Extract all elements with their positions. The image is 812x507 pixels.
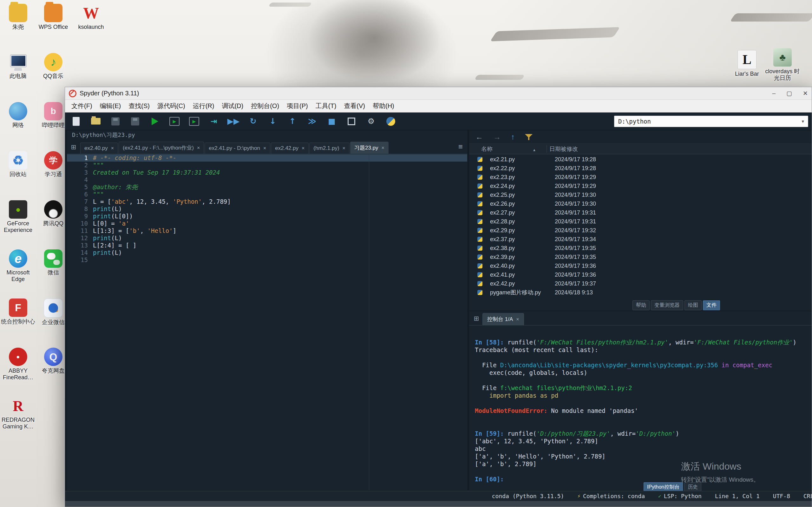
desktop-icon[interactable]: ●ABBYY FineRead… <box>1 348 36 381</box>
title-bar[interactable]: Spyder (Python 3.11) – ▢ ✕ <box>65 87 812 100</box>
desktop-icon[interactable]: F统合控制中心 <box>1 298 36 325</box>
file-row[interactable]: ex2.41.py2024/9/17 19:36 <box>469 270 812 279</box>
chevron-down-icon[interactable]: ▾ <box>802 118 804 124</box>
minimize-icon[interactable]: – <box>772 90 776 97</box>
close-tab-icon[interactable]: × <box>343 146 345 151</box>
run-cell-advance-icon[interactable]: ▶ <box>189 117 199 126</box>
desktop-icon[interactable]: ♣cloverdays 时光日历 <box>765 48 800 81</box>
new-file-icon[interactable] <box>72 117 80 126</box>
desktop-icon-label: 学习通 <box>45 171 62 178</box>
console-tab[interactable]: 控制台 1/A × <box>483 313 524 325</box>
desktop-icon[interactable]: ♪QQ音乐 <box>36 53 71 79</box>
stop-icon[interactable]: ■ <box>328 117 336 126</box>
file-row[interactable]: ex2.22.py2024/9/17 19:28 <box>469 164 812 173</box>
code-line: 1# -*- coding: utf-8 -*- <box>67 154 467 162</box>
status-lsp[interactable]: ✓ LSP: Python <box>658 493 702 499</box>
maximize-icon[interactable]: ▢ <box>786 90 792 97</box>
editor-tab[interactable]: ex2.42.py× <box>271 143 309 154</box>
debug-file-icon[interactable]: ▶▶ <box>227 117 240 126</box>
continue-icon[interactable]: ≫ <box>308 117 316 126</box>
code-editor[interactable]: 1# -*- coding: utf-8 -*-2"""3Created on … <box>67 154 467 490</box>
status-interpreter[interactable]: conda (Python 3.11.5) <box>492 493 564 499</box>
desktop-icon[interactable]: 网络 <box>1 102 36 129</box>
close-tab-icon[interactable]: × <box>197 145 200 151</box>
back-icon[interactable]: ← <box>475 132 483 141</box>
editor-tab[interactable]: (ex2.41.py - F:\...\python作业)× <box>119 142 204 154</box>
step-return-icon[interactable]: ↑ <box>289 117 296 126</box>
menu-item-7[interactable]: 项目(P) <box>283 100 312 112</box>
browse-tabs-icon[interactable]: ⊞ <box>69 143 78 151</box>
editor-tab[interactable]: ex2.40.py× <box>80 143 118 154</box>
run-file-icon[interactable] <box>152 118 158 125</box>
close-icon[interactable]: ✕ <box>803 90 808 97</box>
desktop-icon[interactable]: ●GeForce Experience <box>1 200 36 233</box>
menu-item-9[interactable]: 查看(V) <box>340 100 369 112</box>
file-row[interactable]: ex2.26.py2024/9/17 19:30 <box>469 199 812 208</box>
desktop-icon[interactable]: RREDRAGON Gaming K… <box>1 397 36 430</box>
desktop-icon[interactable]: 此电脑 <box>1 53 36 79</box>
close-tab-icon[interactable]: × <box>302 146 305 151</box>
pane-tab[interactable]: 文件 <box>703 300 720 310</box>
file-row[interactable]: ex2.38.py2024/9/17 19:35 <box>469 244 812 252</box>
run-cell-icon[interactable]: ▶ <box>169 117 180 126</box>
close-tab-icon[interactable]: × <box>382 145 385 151</box>
pane-tab[interactable]: 变量浏览器 <box>651 300 683 310</box>
debug-cell-icon[interactable]: ↻ <box>250 117 257 126</box>
step-into-icon[interactable]: ↓ <box>270 117 276 126</box>
file-row[interactable]: ex2.40.py2024/9/17 19:36 <box>469 262 812 270</box>
pane-tab[interactable]: 帮助 <box>632 300 650 310</box>
pythonpath-icon[interactable] <box>386 117 395 126</box>
desktop-icon[interactable]: LLiar's Bar <box>729 50 764 77</box>
preferences-icon[interactable]: ⚙ <box>368 117 374 126</box>
file-row[interactable]: ex2.37.py2024/9/17 19:34 <box>469 235 812 244</box>
desktop-icon[interactable]: WPS Office <box>36 4 71 31</box>
desktop-icon[interactable]: Wksolaunch <box>73 4 108 31</box>
desktop-icon[interactable]: eMicrosoft Edge <box>1 249 36 282</box>
file-row[interactable]: ex2.39.py2024/9/17 19:35 <box>469 252 812 262</box>
file-name: ex2.22.py <box>490 165 555 172</box>
filter-icon[interactable] <box>525 133 532 140</box>
pane-tab[interactable]: 绘图 <box>684 300 702 310</box>
browse-tabs-icon[interactable]: ⊞ <box>472 314 480 323</box>
file-row[interactable]: ex2.23.py2024/9/17 19:29 <box>469 173 812 181</box>
close-tab-icon[interactable]: × <box>516 317 519 322</box>
menu-item-4[interactable]: 运行(R) <box>189 100 218 112</box>
menu-item-8[interactable]: 工具(T) <box>312 100 340 112</box>
forward-icon[interactable]: → <box>493 132 501 141</box>
save-icon[interactable] <box>111 117 119 125</box>
menu-item-6[interactable]: 控制台(O) <box>247 100 283 112</box>
file-name: ex2.27.py <box>490 210 555 216</box>
file-list[interactable]: ex2.21.py2024/9/17 19:28ex2.22.py2024/9/… <box>469 155 812 310</box>
file-row[interactable]: ex2.21.py2024/9/17 19:28 <box>469 155 812 164</box>
menu-item-10[interactable]: 帮助(H) <box>369 100 398 112</box>
close-tab-icon[interactable]: × <box>263 146 266 151</box>
file-row[interactable]: ex2.42.py2024/9/17 19:37 <box>469 279 812 288</box>
column-header-date[interactable]: 日期被修改 <box>547 145 812 153</box>
file-row[interactable]: pygame图片移动.py2024/6/18 9:13 <box>469 288 812 297</box>
menu-item-5[interactable]: 调试(D) <box>218 100 247 112</box>
editor-options-icon[interactable]: ≡ <box>458 142 463 151</box>
working-directory-combo[interactable]: D:\python ▾ <box>614 116 808 127</box>
editor-tab[interactable]: ex2.41.py - D:\python× <box>205 143 270 154</box>
menu-item-1[interactable]: 编辑(E) <box>96 100 125 112</box>
file-row[interactable]: ex2.29.py2024/9/17 19:32 <box>469 226 812 235</box>
open-file-icon[interactable] <box>91 118 101 124</box>
close-tab-icon[interactable]: × <box>111 146 114 151</box>
run-selection-icon[interactable]: ⇥ <box>211 117 217 126</box>
desktop-icon[interactable]: 朱尧 <box>1 4 36 31</box>
maximize-pane-icon[interactable] <box>348 118 355 125</box>
status-completions[interactable]: ⚡ Completions: conda <box>577 493 645 499</box>
menu-item-2[interactable]: 查找(S) <box>125 100 154 112</box>
menu-item-3[interactable]: 源代码(C) <box>154 100 189 112</box>
parent-directory-icon[interactable]: ↑ <box>511 132 515 141</box>
file-row[interactable]: ex2.24.py2024/9/17 19:29 <box>469 181 812 190</box>
file-row[interactable]: ex2.28.py2024/9/17 19:31 <box>469 217 812 226</box>
column-header-name[interactable]: 名称 ▲ <box>469 145 547 153</box>
editor-tab[interactable]: (hm2.1.py)× <box>309 143 350 154</box>
save-all-icon[interactable] <box>131 117 139 125</box>
menu-item-0[interactable]: 文件(F) <box>67 100 96 112</box>
file-row[interactable]: ex2.27.py2024/9/17 19:31 <box>469 208 812 217</box>
editor-tab[interactable]: 习题23.py× <box>350 142 389 154</box>
file-row[interactable]: ex2.25.py2024/9/17 19:30 <box>469 190 812 199</box>
desktop-icon[interactable]: ♻回收站 <box>1 151 36 178</box>
